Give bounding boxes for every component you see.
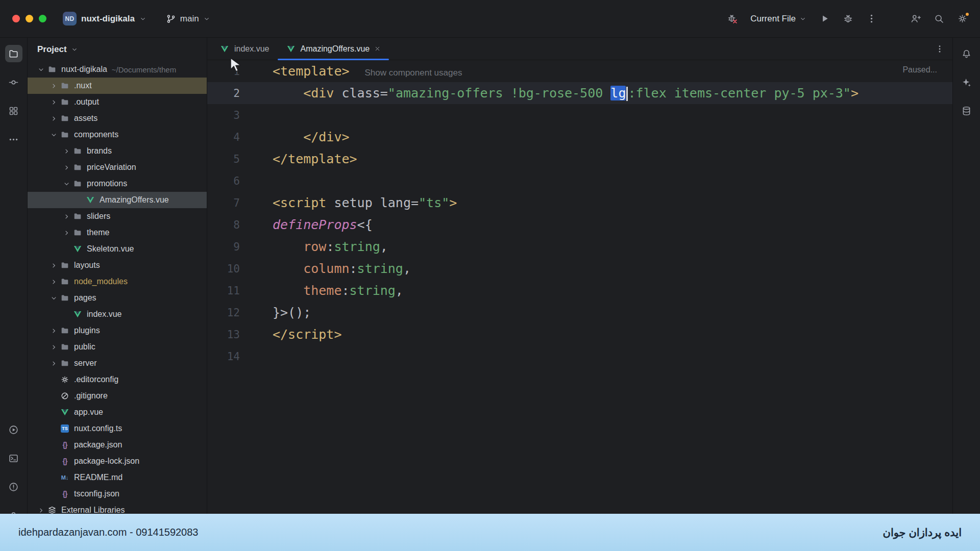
close-window-button[interactable] <box>12 15 20 22</box>
chevron-right-icon[interactable] <box>35 507 47 514</box>
tree-item-server[interactable]: server <box>28 355 207 371</box>
line-number[interactable]: 10 <box>207 263 240 275</box>
line-number[interactable]: 9 <box>207 241 240 253</box>
tree-item-skeleton-vue[interactable]: Skeleton.vue <box>28 241 207 257</box>
notifications-icon[interactable] <box>958 45 975 62</box>
tree-item-assets[interactable]: assets <box>28 110 207 127</box>
run-widget-icon[interactable] <box>5 421 22 438</box>
editor-line[interactable]: 5</template> <box>207 148 952 170</box>
editor-line[interactable]: 8defineProps<{ <box>207 214 952 236</box>
chevron-right-icon[interactable] <box>47 115 60 122</box>
tree-item-theme[interactable]: theme <box>28 224 207 241</box>
project-panel-header[interactable]: Project <box>28 38 207 61</box>
line-number[interactable]: 7 <box>207 197 240 209</box>
debug-button[interactable] <box>843 13 853 24</box>
chevron-down-icon[interactable] <box>47 294 60 302</box>
tree-item--editorconfig[interactable]: .editorconfig <box>28 371 207 388</box>
project-folder-icon[interactable] <box>5 45 22 62</box>
line-number[interactable]: 2 <box>207 87 240 99</box>
minimize-window-button[interactable] <box>26 15 33 22</box>
line-number[interactable]: 6 <box>207 175 240 187</box>
tree-item-brands[interactable]: brands <box>28 143 207 159</box>
line-number[interactable]: 4 <box>207 131 240 143</box>
editor-line[interactable]: 3 <box>207 104 952 126</box>
tree-item-sliders[interactable]: sliders <box>28 208 207 224</box>
tree-item-nuxt-config-ts[interactable]: TSnuxt.config.ts <box>28 420 207 437</box>
more-actions-button[interactable] <box>866 13 877 24</box>
zoom-window-button[interactable] <box>39 15 46 22</box>
chevron-right-icon[interactable] <box>60 213 72 220</box>
settings-button[interactable] <box>957 13 968 24</box>
line-number[interactable]: 11 <box>207 285 240 297</box>
editor-line[interactable]: 13</script> <box>207 323 952 345</box>
chevron-right-icon[interactable] <box>47 262 60 269</box>
tree-item-promotions[interactable]: promotions <box>28 176 207 192</box>
tree-item--nuxt[interactable]: .nuxt <box>28 78 207 94</box>
editor-line[interactable]: 2 <div class="amazing-offers !bg-rose-50… <box>207 82 952 104</box>
line-number[interactable]: 1 <box>207 65 240 78</box>
run-button[interactable] <box>819 13 830 24</box>
chevron-right-icon[interactable] <box>47 343 60 351</box>
chevron-down-icon[interactable] <box>60 180 72 188</box>
editor-line[interactable]: 4 </div> <box>207 126 952 148</box>
tree-item-tsconfig-json[interactable]: {}tsconfig.json <box>28 486 207 502</box>
chevron-right-icon[interactable] <box>60 164 72 171</box>
commit-icon[interactable] <box>5 73 22 91</box>
editor[interactable]: Paused... 1<template>Show component usag… <box>207 60 952 551</box>
editor-line[interactable]: 1<template>Show component usages <box>207 60 952 82</box>
tree-item-plugins[interactable]: plugins <box>28 322 207 339</box>
search-everywhere-button[interactable] <box>934 13 944 24</box>
line-number[interactable]: 13 <box>207 329 240 341</box>
close-icon[interactable] <box>374 45 381 52</box>
line-number[interactable]: 12 <box>207 307 240 319</box>
line-number[interactable]: 8 <box>207 219 240 231</box>
tab-amazingoffers-vue[interactable]: AmazingOffers.vue <box>278 38 389 60</box>
editor-line[interactable]: 11 theme:string, <box>207 280 952 302</box>
tree-item--gitignore[interactable]: .gitignore <box>28 388 207 404</box>
run-config-selector[interactable]: Current File <box>750 14 806 24</box>
tree-item-amazingoffers-vue[interactable]: AmazingOffers.vue <box>28 192 207 208</box>
tree-item-public[interactable]: public <box>28 339 207 355</box>
line-number[interactable]: 14 <box>207 350 240 363</box>
chevron-right-icon[interactable] <box>60 229 72 237</box>
editor-line[interactable]: 6 <box>207 170 952 192</box>
chevron-right-icon[interactable] <box>47 98 60 106</box>
tree-item-components[interactable]: components <box>28 127 207 143</box>
terminal-icon[interactable] <box>5 449 22 467</box>
editor-line[interactable]: 12}>(); <box>207 302 952 323</box>
ai-assistant-icon[interactable] <box>958 73 975 91</box>
more-horizontal-icon[interactable] <box>5 131 22 148</box>
chevron-down-icon[interactable] <box>47 131 60 139</box>
tree-item-layouts[interactable]: layouts <box>28 257 207 273</box>
chevron-right-icon[interactable] <box>47 82 60 90</box>
editor-line[interactable]: 9 row:string, <box>207 236 952 258</box>
editor-line[interactable]: 7<script setup lang="ts"> <box>207 192 952 214</box>
tree-item-index-vue[interactable]: index.vue <box>28 306 207 322</box>
tab-index-vue[interactable]: index.vue <box>211 38 278 60</box>
tree-item-app-vue[interactable]: app.vue <box>28 404 207 420</box>
line-number[interactable]: 5 <box>207 153 240 165</box>
project-widget[interactable]: ND nuxt-digikala <box>63 12 146 26</box>
debug-muted-icon[interactable] <box>727 13 738 24</box>
code-with-me-button[interactable] <box>910 13 921 24</box>
editor-line[interactable]: 10 column:string, <box>207 258 952 280</box>
tree-item-node-modules[interactable]: node_modules <box>28 273 207 290</box>
branch-widget[interactable]: main <box>166 14 210 24</box>
structure-icon[interactable] <box>5 102 22 119</box>
chevron-right-icon[interactable] <box>47 360 60 367</box>
chevron-right-icon[interactable] <box>47 327 60 335</box>
tree-item-package-lock-json[interactable]: {}package-lock.json <box>28 453 207 469</box>
tree-item-nuxt-digikala[interactable]: nuxt-digikala~/Documents/them <box>28 61 207 78</box>
tree-item-package-json[interactable]: {}package.json <box>28 437 207 453</box>
inlay-hint-component-usages[interactable]: Show component usages <box>365 68 462 78</box>
line-number[interactable]: 3 <box>207 109 240 121</box>
chevron-down-icon[interactable] <box>35 66 47 73</box>
tree-item--output[interactable]: .output <box>28 94 207 110</box>
chevron-right-icon[interactable] <box>47 278 60 286</box>
tree-item-pages[interactable]: pages <box>28 290 207 306</box>
problems-icon[interactable] <box>5 478 22 495</box>
database-icon[interactable] <box>958 102 975 119</box>
editor-tabs-more-button[interactable] <box>935 38 952 60</box>
chevron-right-icon[interactable] <box>60 147 72 155</box>
tree-item-readme-md[interactable]: M↓README.md <box>28 469 207 486</box>
